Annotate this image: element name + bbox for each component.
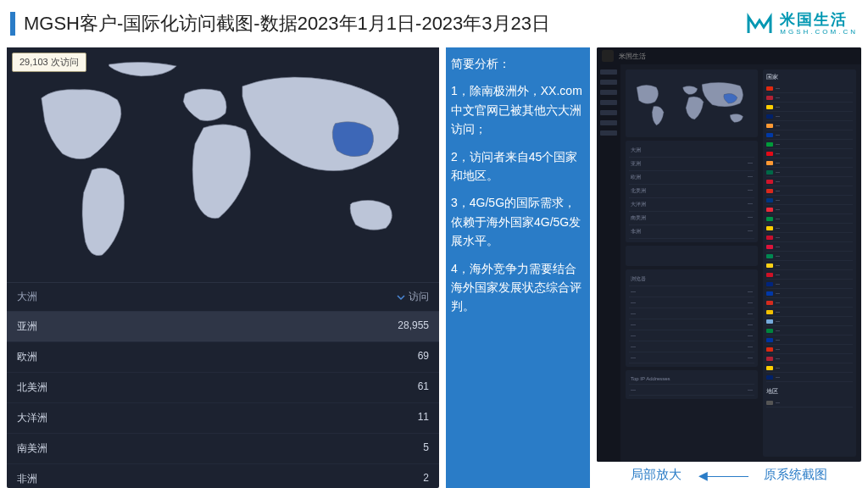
mini-country-row[interactable]: ― [766, 373, 853, 382]
mini-continent-table: 大洲 亚洲―欧洲―北美洲―大洋洲―南美洲―非洲― [626, 141, 758, 242]
analysis-p2: 2，访问者来自45个国家和地区。 [451, 147, 585, 186]
mini-country-row[interactable]: ― [766, 270, 853, 280]
cell-name: 南美洲 [17, 441, 47, 456]
mini-country-row[interactable]: ― [766, 214, 853, 224]
mini-country-row[interactable]: ― [766, 233, 853, 242]
logo-icon [746, 12, 773, 36]
mini-country-row[interactable]: ― [766, 149, 853, 158]
brand-logo: 米国生活 MGSH.COM.CN [746, 12, 858, 36]
mini-country-row[interactable]: ― [766, 121, 853, 130]
table-row[interactable]: 亚洲28,955 [7, 312, 439, 342]
mini-country-row[interactable]: ― [766, 140, 853, 149]
mini-country-row[interactable]: ― [766, 177, 853, 186]
zoomed-panel: 29,103 次访问 大洲 访问 亚洲28,955欧洲69北美洲61大洋洲11南… [7, 47, 439, 488]
mini-country-row[interactable]: ― [766, 130, 853, 140]
cell-name: 北美洲 [17, 380, 47, 395]
mini-country-head: 国家 [766, 73, 853, 81]
mini-sidebar[interactable] [597, 64, 620, 462]
system-screenshot: 米国生活 大洲 亚洲―欧洲―北美洲―大洋洲―南美洲―非洲― 浏览器 [597, 47, 861, 462]
mini-country-row[interactable]: ― [766, 196, 853, 205]
cell-value: 11 [418, 411, 429, 425]
cell-name: 非洲 [17, 472, 37, 486]
mini-country-row[interactable]: ― [766, 308, 853, 317]
mini-country-row[interactable]: ― [766, 252, 853, 261]
analysis-heading: 简要分析： [451, 54, 585, 73]
cell-value: 28,955 [398, 319, 429, 334]
mini-country-row[interactable]: ― [766, 345, 853, 354]
logo-text-en: MGSH.COM.CN [780, 29, 858, 36]
mini-browser-table: 浏览器 ―― ―― ―― ―― ―― ―― ―― [626, 269, 758, 367]
col-visits-label: 访问 [409, 290, 429, 304]
table-row[interactable]: 大洋洲11 [7, 403, 439, 434]
mini-country-row[interactable]: ― [766, 317, 853, 326]
mini-ip-table: Top IP Addresses ―― [626, 370, 758, 399]
mini-country-row[interactable]: ― [766, 261, 853, 270]
cell-value: 2 [423, 472, 429, 486]
table-row[interactable]: 北美洲61 [7, 373, 439, 403]
accent-bar [10, 12, 15, 36]
mini-ip-head: Top IP Addresses [631, 376, 670, 381]
world-map[interactable]: 29,103 次访问 [7, 47, 439, 283]
mini-country-row[interactable]: ― [766, 354, 853, 363]
analysis-p3: 3，4G/5G的国际需求，依赖于海外国家4G/5G发展水平。 [451, 193, 585, 250]
mini-country-row[interactable]: ― [766, 84, 853, 93]
header: MGSH客户-国际化访问截图-数据2023年1月1日-2023年3月23日 米国… [0, 0, 868, 47]
col-visits-sort[interactable]: 访问 [397, 290, 429, 304]
continent-table: 亚洲28,955欧洲69北美洲61大洋洲11南美洲5非洲2 [7, 312, 439, 488]
mini-country-row[interactable]: ― [766, 242, 853, 252]
mini-title: 米国生活 [619, 52, 646, 61]
table-row[interactable]: 非洲2 [7, 464, 439, 488]
table-row[interactable]: 南美洲5 [7, 434, 439, 464]
analysis-p1: 1，除南极洲外，XX.com中文官网已被其他六大洲访问； [451, 81, 585, 138]
sort-icon [397, 293, 405, 302]
mini-logo-icon [602, 50, 614, 62]
mini-country-row[interactable]: ― [766, 326, 853, 336]
cell-value: 61 [418, 380, 429, 395]
cell-value: 5 [423, 441, 429, 456]
cell-name: 亚洲 [17, 319, 37, 334]
mini-country-row[interactable]: ― [766, 158, 853, 168]
cell-name: 欧洲 [17, 350, 37, 364]
title-wrap: MGSH客户-国际化访问截图-数据2023年1月1日-2023年3月23日 [10, 11, 550, 36]
mini-col-head: 大洲 [631, 147, 641, 154]
mini-country-row[interactable]: ― [766, 280, 853, 289]
logo-text-cn: 米国生活 [780, 12, 858, 27]
mini-topbar: 米国生活 [597, 47, 861, 64]
original-panel: 米国生活 大洲 亚洲―欧洲―北美洲―大洋洲―南美洲―非洲― 浏览器 [597, 47, 861, 488]
arrow-icon: ◀———— [698, 469, 747, 482]
mini-sparkline-box [626, 246, 758, 266]
table-row[interactable]: 欧洲69 [7, 342, 439, 373]
mini-country-panel: 国家 ―――――――――――――――――――――――――――――――― 地区 ― [763, 69, 856, 457]
mini-country-row[interactable]: ― [766, 205, 853, 214]
mini-country-row[interactable]: ― [766, 168, 853, 177]
mini-country-row[interactable]: ― [766, 186, 853, 196]
mini-world-map[interactable] [626, 69, 758, 137]
mini-country-row[interactable]: ― [766, 103, 853, 112]
table-header: 大洲 访问 [7, 283, 439, 312]
analysis-p4: 4，海外竞争力需要结合海外国家发展状态综合评判。 [451, 259, 585, 316]
mini-country-row[interactable]: ― [766, 289, 853, 298]
caption-left: 局部放大 [631, 467, 682, 483]
map-svg [7, 47, 439, 282]
body: 29,103 次访问 大洲 访问 亚洲28,955欧洲69北美洲61大洋洲11南… [0, 47, 868, 488]
mini-region-head: 地区 [766, 387, 853, 396]
page-title: MGSH客户-国际化访问截图-数据2023年1月1日-2023年3月23日 [24, 11, 550, 36]
mini-country-row[interactable]: ― [766, 363, 853, 373]
analysis-panel: 简要分析： 1，除南极洲外，XX.com中文官网已被其他六大洲访问； 2，访问者… [446, 47, 590, 488]
mini-country-row[interactable]: ― [766, 336, 853, 345]
mini-country-row[interactable]: ― [766, 112, 853, 121]
mini-country-row[interactable]: ― [766, 224, 853, 233]
col-continent: 大洲 [17, 290, 37, 304]
cell-name: 大洋洲 [17, 411, 47, 425]
mini-country-row[interactable]: ― [766, 93, 853, 103]
caption-row: 局部放大 ◀———— 原系统截图 [597, 462, 861, 488]
cell-value: 69 [418, 350, 429, 364]
caption-right: 原系统截图 [764, 467, 827, 483]
mini-country-row[interactable]: ― [766, 298, 853, 308]
